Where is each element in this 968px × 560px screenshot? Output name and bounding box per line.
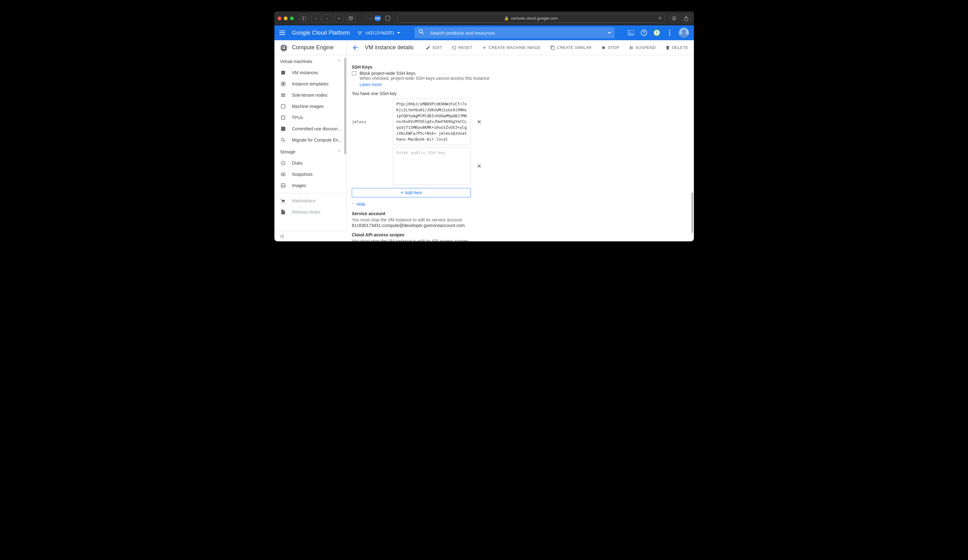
ssh-key-row-existing: jmless PYpL10hbJ/sMBD9PcUK9HWzFoCT+7oKjc… <box>352 99 685 145</box>
search-caret-icon[interactable] <box>608 32 611 34</box>
sidebar-section-vm[interactable]: Virtual machines ⌃ <box>274 55 346 67</box>
percent-icon <box>280 126 286 132</box>
ssh-keys-heading: SSH Keys <box>352 65 685 70</box>
project-picker[interactable]: cs3113-fa2021 <box>355 28 402 37</box>
hamburger-menu-icon[interactable] <box>279 29 287 36</box>
maximize-window-icon[interactable] <box>290 17 294 20</box>
sidebar-item-committed-use[interactable]: Committed use discoun… <box>274 123 346 134</box>
caret-down-icon <box>397 32 400 34</box>
minimize-window-icon[interactable] <box>284 17 288 20</box>
stop-button[interactable]: STOP <box>597 43 623 52</box>
api-scopes-heading: Cloud API access scopes <box>352 232 685 237</box>
svg-rect-17 <box>282 83 284 85</box>
reset-button[interactable]: RESET <box>448 43 476 52</box>
delete-button[interactable]: DELETE <box>661 43 692 52</box>
suspend-button[interactable]: SUSPEND <box>625 43 660 52</box>
gcp-header: Google Cloud Platform cs3113-fa2021 ? 5 <box>274 25 694 40</box>
more-vert-icon[interactable] <box>666 29 673 36</box>
sidebar-collapse[interactable]: <| <box>274 231 347 241</box>
search-small-icon <box>280 137 286 143</box>
svg-point-7 <box>361 31 362 33</box>
downloads-icon[interactable] <box>670 14 679 22</box>
sidebar-section-storage[interactable]: Storage ⌃ <box>274 146 346 157</box>
block-ssh-description: When checked, project-wide SSH keys cann… <box>360 76 489 81</box>
remove-new-key-icon[interactable]: ✕ <box>474 161 484 171</box>
notifications-badge[interactable]: 5 <box>653 29 660 36</box>
sidebar-item-marketplace[interactable]: Marketplace <box>274 195 346 206</box>
tab-overview-icon[interactable] <box>346 14 356 22</box>
svg-point-22 <box>281 138 284 141</box>
svg-rect-18 <box>281 94 285 95</box>
close-window-icon[interactable] <box>278 17 281 20</box>
remove-key-icon[interactable]: ✕ <box>474 117 484 127</box>
account-avatar[interactable] <box>679 28 689 38</box>
block-ssh-label: Block project-wide SSH keys <box>360 71 489 76</box>
share-icon[interactable] <box>681 14 691 22</box>
nav-back-icon[interactable]: ‹ <box>311 14 321 22</box>
back-arrow-icon[interactable] <box>349 41 362 55</box>
nav-forward-icon[interactable]: › <box>322 14 332 22</box>
snapshots-icon <box>280 171 286 177</box>
lock-icon: 🔒 <box>504 16 509 21</box>
svg-point-24 <box>283 163 284 164</box>
extensions-icon[interactable]: ⋯ <box>365 14 372 22</box>
search-icon <box>419 29 424 36</box>
ssh-key-username: jmless <box>352 119 392 124</box>
sidebar-item-tpus[interactable]: TPUs <box>274 112 346 123</box>
api-scopes-note: You must stop the VM instance to edit it… <box>352 239 685 241</box>
cloud-shell-icon[interactable] <box>627 29 635 36</box>
sidebar-toggle-icon[interactable] <box>299 14 309 22</box>
service-account-value: 811630173431-compute@developer.gservicea… <box>352 223 685 228</box>
sidebar-item-vm-instances[interactable]: VM instances <box>274 67 346 78</box>
learn-more-link[interactable]: Learn more <box>360 82 382 87</box>
svg-rect-3 <box>350 17 353 19</box>
sidebar-item-machine-images[interactable]: Machine images <box>274 101 346 112</box>
svg-rect-0 <box>302 17 306 20</box>
sidebar-item-images[interactable]: Images <box>274 180 346 191</box>
adblock-plus-icon[interactable]: ABP <box>375 16 380 21</box>
ssh-key-input[interactable] <box>393 147 471 185</box>
svg-text:?: ? <box>643 31 645 35</box>
marketplace-icon <box>280 198 286 204</box>
url-host: console.cloud.google.com <box>511 16 558 21</box>
svg-rect-9 <box>628 30 634 35</box>
reload-icon[interactable]: ↻ <box>658 16 662 21</box>
ssh-key-count: You have one SSH key <box>352 91 685 96</box>
search-bar[interactable] <box>414 27 615 38</box>
edit-button[interactable]: EDIT <box>422 43 446 52</box>
sidebar-item-release-notes[interactable]: Release Notes <box>274 206 346 218</box>
svg-rect-19 <box>281 96 285 97</box>
svg-point-13 <box>669 32 670 33</box>
sidebar-scrollbar[interactable] <box>344 58 346 154</box>
new-tab-icon[interactable]: + <box>334 14 344 22</box>
help-icon[interactable]: ? <box>640 29 648 36</box>
traffic-lights <box>278 17 294 20</box>
plus-icon: + <box>400 190 404 196</box>
project-picker-icon <box>357 30 363 36</box>
sidebar-item-sole-tenant[interactable]: Sole-tenant nodes <box>274 89 346 101</box>
hide-link[interactable]: ⌃ Hide <box>352 202 685 207</box>
sole-tenant-icon <box>280 92 286 98</box>
search-input[interactable] <box>430 30 610 36</box>
url-bar[interactable]: 🔒 console.cloud.google.com ↻ <box>397 14 665 23</box>
sidebar-item-migrate[interactable]: Migrate for Compute En… <box>274 134 346 146</box>
compute-engine-icon <box>280 44 288 51</box>
add-item-button[interactable]: + Add item <box>352 188 471 197</box>
ssh-key-value[interactable]: PYpL10hbJ/sMBD9PcUK9HWzFoCT+7oKjc2LtmY6o… <box>393 99 471 145</box>
svg-rect-20 <box>281 104 285 108</box>
disks-icon <box>280 160 286 166</box>
sidebar-item-snapshots[interactable]: Snapshots <box>274 169 346 180</box>
create-similar-button[interactable]: CREATE SIMILAR <box>546 43 596 52</box>
privacy-shield-icon[interactable] <box>383 14 392 22</box>
block-ssh-checkbox[interactable] <box>352 71 356 76</box>
gcp-logo[interactable]: Google Cloud Platform <box>292 30 350 36</box>
images-icon <box>280 182 286 189</box>
sidebar-item-instance-templates[interactable]: Instance templates <box>274 78 346 89</box>
svg-point-26 <box>283 174 284 175</box>
page-title: VM instance details <box>364 44 414 51</box>
sidebar-item-disks[interactable]: Disks <box>274 157 346 169</box>
create-machine-image-button[interactable]: CREATE MACHINE IMAGE <box>478 43 545 52</box>
vm-instances-icon <box>280 70 286 76</box>
svg-rect-27 <box>281 184 285 187</box>
main-scrollbar[interactable] <box>691 192 693 233</box>
